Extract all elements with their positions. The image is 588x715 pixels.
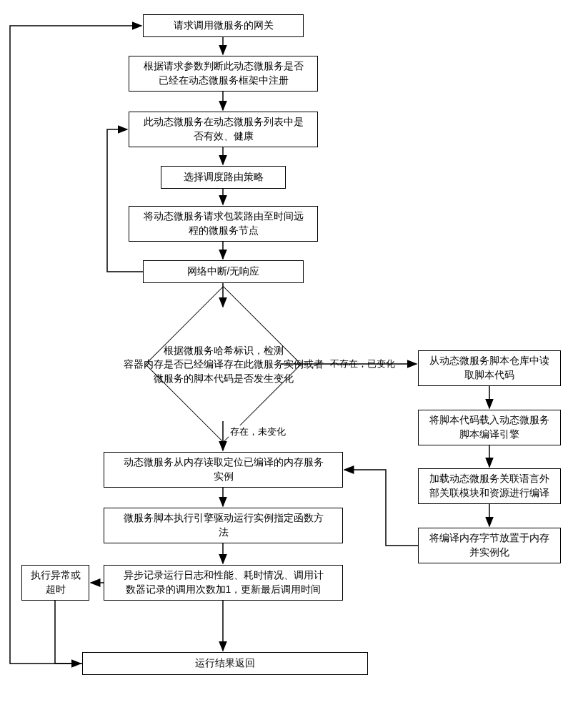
- edge-exist: 存在，未变化: [229, 425, 287, 438]
- check-registered: 根据请求参数判断此动态微服务是否 已经在动态微服务框架中注册: [129, 56, 318, 92]
- node-label: 执行异常或 超时: [31, 568, 81, 596]
- async-log: 异步记录运行日志和性能、耗时情况、调用计 数器记录的调用次数加1，更新最后调用时…: [104, 565, 343, 601]
- node-label: 请求调用微服务的网关: [174, 19, 274, 33]
- check-health: 此动态微服务在动态微服务列表中是 否有效、健康: [129, 112, 318, 147]
- node-label: 将脚本代码载入动态微服务 脚本编译引擎: [429, 413, 549, 441]
- hash-check-decision: [145, 286, 302, 443]
- wrap-route: 将动态微服务请求包装路由至时间远 程的微服务节点: [129, 206, 318, 242]
- node-label: 微服务脚本执行引擎驱动运行实例指定函数方 法: [124, 511, 324, 539]
- node-label: 此动态微服务在动态微服务列表中是 否有效、健康: [144, 115, 304, 143]
- node-label: 异步记录运行日志和性能、耗时情况、调用计 数器记录的调用次数加1，更新最后调用时…: [124, 568, 324, 596]
- exec-engine-run: 微服务脚本执行引擎驱动运行实例指定函数方 法: [104, 508, 343, 543]
- node-label: 选择调度路由策略: [184, 170, 264, 184]
- node-label: 将编译内存字节放置于内存 并实例化: [429, 531, 549, 559]
- return-result: 运行结果返回: [82, 652, 368, 675]
- gateway-request: 请求调用微服务的网关: [143, 14, 304, 37]
- instantiate-bytecode: 将编译内存字节放置于内存 并实例化: [418, 528, 561, 563]
- node-label: 从动态微服务脚本仓库中读 取脚本代码: [429, 354, 549, 382]
- select-route: 选择调度路由策略: [161, 166, 286, 189]
- node-label: 网络中断/无响应: [187, 265, 260, 279]
- load-external-modules: 加载动态微服务关联语言外 部关联模块和资源进行编译: [418, 468, 561, 504]
- exec-timeout: 执行异常或 超时: [21, 565, 89, 601]
- node-label: 动态微服务从内存读取定位已编译的内存服务 实例: [124, 455, 324, 483]
- read-script-repo: 从动态微服务脚本仓库中读 取脚本代码: [418, 350, 561, 386]
- node-label: 加载动态微服务关联语言外 部关联模块和资源进行编译: [429, 472, 549, 500]
- edge-not-exist: 不存在，已变化: [329, 358, 397, 370]
- read-compiled-instance: 动态微服务从内存读取定位已编译的内存服务 实例: [104, 452, 343, 488]
- node-label: 将动态微服务请求包装路由至时间远 程的微服务节点: [144, 209, 304, 237]
- node-label: 运行结果返回: [195, 656, 255, 671]
- network-interrupt: 网络中断/无响应: [143, 260, 304, 283]
- node-label: 根据请求参数判断此动态微服务是否 已经在动态微服务框架中注册: [144, 59, 304, 87]
- load-compile-engine: 将脚本代码载入动态微服务 脚本编译引擎: [418, 410, 561, 445]
